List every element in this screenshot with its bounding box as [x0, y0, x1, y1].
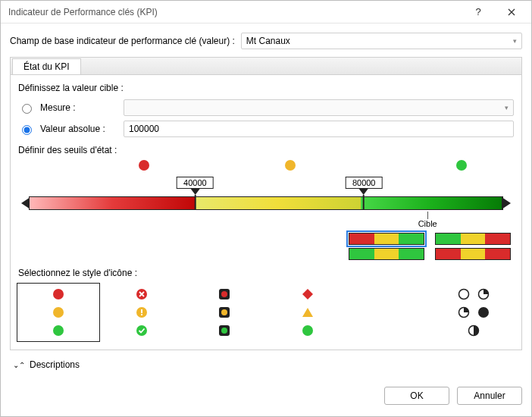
diamond-red-icon: [302, 288, 314, 300]
svg-rect-6: [141, 314, 142, 315]
window-title: Indicateur de Performance clés (KPI): [8, 7, 462, 17]
icon-style-pie[interactable]: [432, 283, 515, 342]
titlebar: Indicateur de Performance clés (KPI) ?: [1, 1, 531, 24]
help-button[interactable]: ?: [462, 2, 495, 23]
threshold-marker-2[interactable]: 80000: [346, 177, 383, 210]
chevron-down-icon: ▾: [505, 104, 509, 111]
status-dot-yellow: [285, 160, 296, 171]
preset-ryg[interactable]: [349, 233, 424, 245]
traffic-green-icon: [218, 325, 230, 337]
pie-full-icon: [477, 306, 490, 318]
threshold-marker-1[interactable]: 40000: [177, 177, 214, 210]
threshold-seg-red: [30, 197, 195, 209]
content: Champ de base indicateur de performance …: [1, 24, 531, 382]
absolute-input[interactable]: [124, 121, 514, 137]
threshold-value-2[interactable]: 80000: [346, 177, 383, 189]
target-tick: [427, 212, 428, 219]
check-circle-icon: [136, 325, 148, 337]
threshold-bar[interactable]: [29, 196, 503, 210]
circle-yellow-icon: [52, 306, 64, 318]
svg-point-9: [221, 291, 227, 297]
measure-option-row: Mesure : ▾: [18, 99, 514, 116]
color-order-presets: [21, 233, 511, 260]
threshold-value-1[interactable]: 40000: [177, 177, 214, 189]
svg-point-18: [478, 307, 489, 318]
dialog-footer: OK Annuler: [1, 382, 531, 412]
target-label: Cible: [418, 219, 437, 228]
range-arrow-right: [502, 197, 511, 209]
icon-style-shapes[interactable]: [266, 283, 349, 342]
traffic-yellow-icon: [218, 306, 230, 318]
svg-rect-5: [141, 309, 142, 313]
base-field-label: Champ de base indicateur de performance …: [10, 36, 235, 46]
icon-style-spacer: [349, 283, 433, 342]
svg-point-15: [459, 290, 469, 299]
icon-style-circles[interactable]: [17, 283, 100, 342]
thresholds-label: Définir des seuils d'état :: [18, 145, 514, 155]
pie-quarter2-icon: [458, 306, 470, 318]
expand-icon: ⌄⌃: [13, 361, 25, 369]
descriptions-label: Descriptions: [30, 359, 80, 370]
descriptions-toggle[interactable]: ⌄⌃ Descriptions: [10, 356, 522, 376]
preset-gyr[interactable]: [435, 233, 511, 245]
absolute-label: Valeur absolue :: [40, 124, 117, 134]
circle-green-icon: [302, 325, 314, 337]
absolute-radio[interactable]: [22, 125, 32, 135]
base-field-value: Mt Canaux: [246, 36, 290, 46]
traffic-red-icon: [218, 288, 230, 300]
preset-gyg[interactable]: [349, 248, 424, 260]
tabbar: État du KPI: [10, 57, 522, 75]
cross-circle-icon: [136, 288, 148, 300]
triangle-yellow-icon: [302, 306, 314, 318]
close-button[interactable]: [495, 2, 528, 23]
circle-green-icon: [52, 325, 64, 337]
circle-red-icon: [52, 288, 64, 300]
measure-label: Mesure :: [40, 102, 117, 113]
kpi-panel: Définissez la valeur cible : Mesure : ▾ …: [10, 75, 522, 350]
status-dot-red: [139, 160, 149, 171]
kpi-dialog: Indicateur de Performance clés (KPI) ? C…: [0, 0, 532, 417]
preset-ryr[interactable]: [435, 248, 511, 260]
measure-radio[interactable]: [22, 104, 32, 114]
icon-style-symbols[interactable]: [100, 283, 183, 342]
svg-point-2: [53, 325, 64, 336]
icon-style-traffic[interactable]: [183, 283, 266, 342]
base-field-combo[interactable]: Mt Canaux ▾: [241, 33, 522, 49]
base-field-row: Champ de base indicateur de performance …: [10, 33, 522, 49]
pie-half-icon: [468, 325, 480, 337]
pie-empty-icon: [458, 288, 470, 300]
tab-kpi-status[interactable]: État du KPI: [12, 58, 81, 74]
status-dot-green: [456, 160, 467, 171]
exclaim-circle-icon: [136, 306, 148, 318]
ok-button[interactable]: OK: [384, 387, 449, 405]
define-target-label: Définissez la valeur cible :: [18, 83, 514, 93]
cancel-button[interactable]: Annuler: [457, 387, 522, 405]
svg-point-1: [53, 307, 64, 318]
close-icon: [508, 8, 515, 16]
threshold-editor: 40000 80000 Cible: [21, 160, 511, 228]
pie-quarter-icon: [477, 288, 490, 300]
svg-point-14: [302, 325, 313, 336]
svg-point-7: [136, 325, 147, 336]
icon-style-grid: [17, 283, 515, 342]
measure-combo[interactable]: ▾: [124, 99, 514, 116]
svg-point-13: [221, 328, 227, 334]
threshold-seg-yellow: [195, 197, 360, 209]
svg-point-11: [221, 309, 227, 315]
svg-point-0: [53, 289, 64, 299]
absolute-option-row: Valeur absolue :: [18, 121, 514, 137]
iconstyle-label: Sélectionnez le style d'icône :: [18, 268, 514, 278]
chevron-down-icon: ▾: [513, 37, 517, 45]
